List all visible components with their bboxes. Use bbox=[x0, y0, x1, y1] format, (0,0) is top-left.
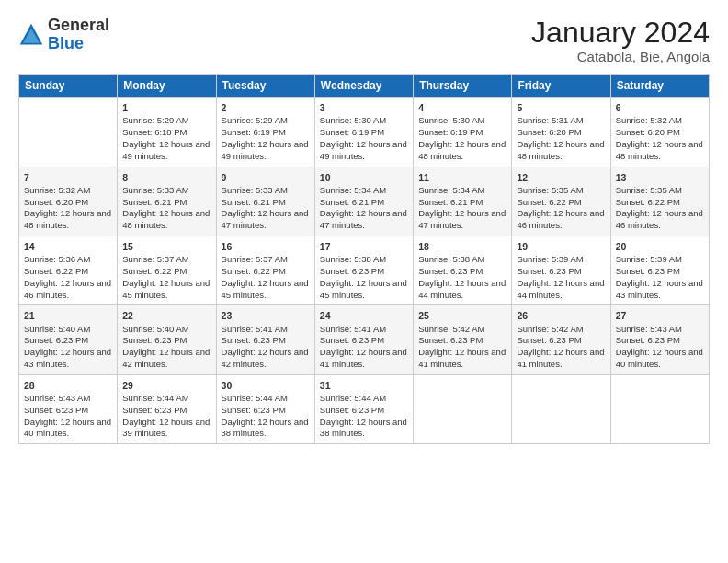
calendar-week-row: 1Sunrise: 5:29 AMSunset: 6:18 PMDaylight… bbox=[19, 98, 710, 167]
sunrise: Sunrise: 5:38 AM bbox=[320, 254, 386, 264]
calendar-cell: 10Sunrise: 5:34 AMSunset: 6:21 PMDayligh… bbox=[314, 167, 413, 236]
header: General Blue January 2024 Catabola, Bie,… bbox=[18, 17, 710, 64]
daylight: Daylight: 12 hours and 48 minutes. bbox=[616, 139, 703, 161]
sunset: Sunset: 6:23 PM bbox=[222, 405, 286, 415]
calendar-week-row: 14Sunrise: 5:36 AMSunset: 6:22 PMDayligh… bbox=[19, 236, 710, 305]
title-block: January 2024 Catabola, Bie, Angola bbox=[531, 17, 710, 64]
day-number: 8 bbox=[122, 171, 210, 184]
col-sunday: Sunday bbox=[19, 75, 118, 98]
daylight: Daylight: 12 hours and 39 minutes. bbox=[122, 417, 210, 439]
sunset: Sunset: 6:23 PM bbox=[517, 266, 581, 276]
daylight: Daylight: 12 hours and 38 minutes. bbox=[320, 417, 407, 439]
calendar-cell: 23Sunrise: 5:41 AMSunset: 6:23 PMDayligh… bbox=[216, 305, 314, 374]
day-number: 3 bbox=[320, 101, 408, 114]
day-number: 15 bbox=[122, 240, 210, 253]
calendar-cell: 6Sunrise: 5:32 AMSunset: 6:20 PMDaylight… bbox=[610, 98, 709, 167]
calendar-cell: 26Sunrise: 5:42 AMSunset: 6:23 PMDayligh… bbox=[512, 305, 610, 374]
daylight: Daylight: 12 hours and 42 minutes. bbox=[122, 347, 210, 369]
daylight: Daylight: 12 hours and 43 minutes. bbox=[24, 347, 111, 369]
sunset: Sunset: 6:22 PM bbox=[616, 197, 680, 207]
sunset: Sunset: 6:23 PM bbox=[616, 335, 680, 345]
day-number: 27 bbox=[616, 309, 704, 322]
col-thursday: Thursday bbox=[414, 75, 512, 98]
calendar-cell: 3Sunrise: 5:30 AMSunset: 6:19 PMDaylight… bbox=[314, 98, 413, 167]
sunset: Sunset: 6:23 PM bbox=[122, 335, 187, 345]
day-number: 28 bbox=[24, 379, 112, 392]
daylight: Daylight: 12 hours and 45 minutes. bbox=[320, 278, 407, 300]
sunrise: Sunrise: 5:32 AM bbox=[24, 185, 90, 195]
calendar-cell: 8Sunrise: 5:33 AMSunset: 6:21 PMDaylight… bbox=[118, 167, 216, 236]
calendar-cell: 19Sunrise: 5:39 AMSunset: 6:23 PMDayligh… bbox=[512, 236, 610, 305]
sunrise: Sunrise: 5:41 AM bbox=[320, 324, 386, 334]
day-number: 21 bbox=[24, 309, 112, 322]
sunrise: Sunrise: 5:44 AM bbox=[320, 393, 386, 403]
calendar-cell: 28Sunrise: 5:43 AMSunset: 6:23 PMDayligh… bbox=[19, 374, 118, 443]
daylight: Daylight: 12 hours and 49 minutes. bbox=[122, 139, 210, 161]
sunrise: Sunrise: 5:37 AM bbox=[222, 254, 288, 264]
daylight: Daylight: 12 hours and 46 minutes. bbox=[616, 208, 703, 230]
calendar-cell: 15Sunrise: 5:37 AMSunset: 6:22 PMDayligh… bbox=[118, 236, 216, 305]
daylight: Daylight: 12 hours and 44 minutes. bbox=[418, 278, 506, 300]
sunrise: Sunrise: 5:30 AM bbox=[418, 115, 484, 125]
calendar-subtitle: Catabola, Bie, Angola bbox=[531, 49, 710, 64]
daylight: Daylight: 12 hours and 47 minutes. bbox=[418, 208, 506, 230]
sunset: Sunset: 6:20 PM bbox=[24, 197, 88, 207]
calendar-cell: 13Sunrise: 5:35 AMSunset: 6:22 PMDayligh… bbox=[610, 167, 709, 236]
daylight: Daylight: 12 hours and 48 minutes. bbox=[418, 139, 506, 161]
calendar-cell: 31Sunrise: 5:44 AMSunset: 6:23 PMDayligh… bbox=[314, 374, 413, 443]
sunset: Sunset: 6:23 PM bbox=[320, 266, 384, 276]
sunset: Sunset: 6:23 PM bbox=[24, 405, 88, 415]
sunset: Sunset: 6:23 PM bbox=[320, 405, 384, 415]
sunrise: Sunrise: 5:37 AM bbox=[122, 254, 188, 264]
sunrise: Sunrise: 5:40 AM bbox=[122, 324, 188, 334]
daylight: Daylight: 12 hours and 49 minutes. bbox=[320, 139, 407, 161]
daylight: Daylight: 12 hours and 45 minutes. bbox=[222, 278, 309, 300]
day-number: 31 bbox=[320, 379, 408, 392]
daylight: Daylight: 12 hours and 44 minutes. bbox=[517, 278, 604, 300]
daylight: Daylight: 12 hours and 48 minutes. bbox=[122, 208, 210, 230]
logo-blue: Blue bbox=[48, 34, 84, 52]
sunrise: Sunrise: 5:34 AM bbox=[320, 185, 386, 195]
sunrise: Sunrise: 5:43 AM bbox=[24, 393, 90, 403]
sunset: Sunset: 6:18 PM bbox=[122, 127, 187, 137]
day-number: 22 bbox=[122, 309, 210, 322]
sunrise: Sunrise: 5:35 AM bbox=[616, 185, 682, 195]
day-number: 26 bbox=[517, 309, 605, 322]
sunset: Sunset: 6:23 PM bbox=[24, 335, 88, 345]
day-number: 23 bbox=[222, 309, 310, 322]
sunrise: Sunrise: 5:41 AM bbox=[222, 324, 288, 334]
calendar-cell: 12Sunrise: 5:35 AMSunset: 6:22 PMDayligh… bbox=[512, 167, 610, 236]
daylight: Daylight: 12 hours and 42 minutes. bbox=[222, 347, 309, 369]
calendar-title: January 2024 bbox=[531, 17, 710, 49]
daylight: Daylight: 12 hours and 45 minutes. bbox=[122, 278, 210, 300]
sunset: Sunset: 6:20 PM bbox=[616, 127, 680, 137]
header-row: Sunday Monday Tuesday Wednesday Thursday… bbox=[19, 75, 710, 98]
calendar-cell: 2Sunrise: 5:29 AMSunset: 6:19 PMDaylight… bbox=[216, 98, 314, 167]
calendar-cell: 9Sunrise: 5:33 AMSunset: 6:21 PMDaylight… bbox=[216, 167, 314, 236]
calendar-cell: 14Sunrise: 5:36 AMSunset: 6:22 PMDayligh… bbox=[19, 236, 118, 305]
calendar-week-row: 21Sunrise: 5:40 AMSunset: 6:23 PMDayligh… bbox=[19, 305, 710, 374]
day-number: 5 bbox=[517, 101, 605, 114]
day-number: 19 bbox=[517, 240, 605, 253]
sunrise: Sunrise: 5:39 AM bbox=[517, 254, 583, 264]
sunrise: Sunrise: 5:39 AM bbox=[616, 254, 682, 264]
day-number: 14 bbox=[24, 240, 112, 253]
col-wednesday: Wednesday bbox=[314, 75, 413, 98]
calendar-cell: 17Sunrise: 5:38 AMSunset: 6:23 PMDayligh… bbox=[314, 236, 413, 305]
calendar-cell: 20Sunrise: 5:39 AMSunset: 6:23 PMDayligh… bbox=[610, 236, 709, 305]
sunset: Sunset: 6:22 PM bbox=[222, 266, 286, 276]
sunset: Sunset: 6:22 PM bbox=[24, 266, 88, 276]
calendar-cell bbox=[610, 374, 709, 443]
sunset: Sunset: 6:19 PM bbox=[418, 127, 483, 137]
day-number: 9 bbox=[222, 171, 310, 184]
col-monday: Monday bbox=[118, 75, 216, 98]
calendar-week-row: 7Sunrise: 5:32 AMSunset: 6:20 PMDaylight… bbox=[19, 167, 710, 236]
day-number: 13 bbox=[616, 171, 704, 184]
calendar-cell: 24Sunrise: 5:41 AMSunset: 6:23 PMDayligh… bbox=[314, 305, 413, 374]
calendar-cell: 21Sunrise: 5:40 AMSunset: 6:23 PMDayligh… bbox=[19, 305, 118, 374]
calendar-cell: 18Sunrise: 5:38 AMSunset: 6:23 PMDayligh… bbox=[414, 236, 512, 305]
day-number: 17 bbox=[320, 240, 408, 253]
daylight: Daylight: 12 hours and 41 minutes. bbox=[418, 347, 506, 369]
calendar-cell: 16Sunrise: 5:37 AMSunset: 6:22 PMDayligh… bbox=[216, 236, 314, 305]
day-number: 4 bbox=[418, 101, 506, 114]
